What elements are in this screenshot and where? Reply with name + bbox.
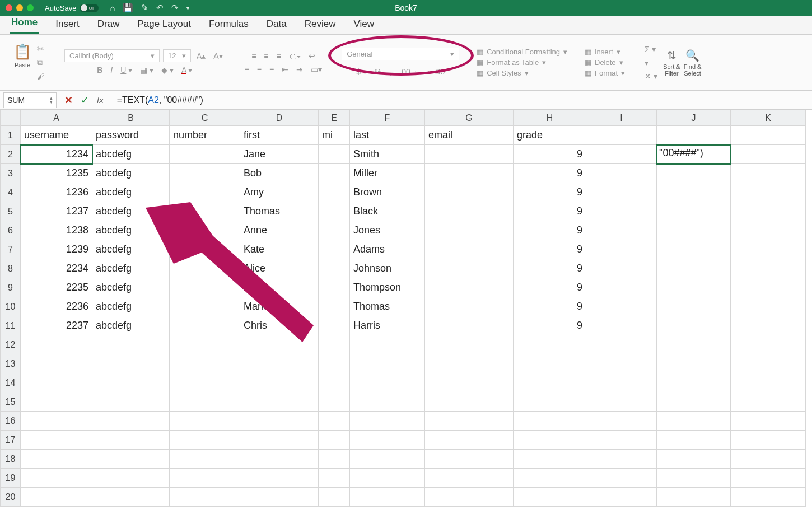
conditional-formatting-button[interactable]: ▦Conditional Formatting ▾ bbox=[477, 48, 567, 56]
cell-E15[interactable] bbox=[319, 392, 350, 412]
cell-H5[interactable]: 9 bbox=[514, 202, 586, 221]
cell-E9[interactable] bbox=[319, 278, 350, 297]
cell-I18[interactable] bbox=[586, 450, 657, 469]
name-box-stepper[interactable]: ▴▾ bbox=[50, 96, 53, 104]
tab-view[interactable]: View bbox=[352, 15, 375, 34]
cell-J7[interactable] bbox=[657, 240, 731, 259]
cell-E20[interactable] bbox=[319, 488, 350, 507]
cell-K5[interactable] bbox=[731, 202, 806, 221]
cell-A11[interactable]: 2237 bbox=[21, 316, 92, 335]
border-button[interactable]: ▦ ▾ bbox=[138, 64, 156, 76]
cell-C20[interactable] bbox=[170, 488, 240, 507]
cell-F2[interactable]: Smith bbox=[350, 145, 425, 164]
cell-J9[interactable] bbox=[657, 278, 731, 297]
cell-F17[interactable] bbox=[350, 431, 425, 450]
cell-C6[interactable] bbox=[170, 221, 240, 240]
undo-icon[interactable]: ↶ bbox=[156, 3, 164, 13]
select-all-corner[interactable] bbox=[1, 110, 21, 126]
tab-data[interactable]: Data bbox=[265, 15, 288, 34]
cell-G17[interactable] bbox=[425, 431, 514, 450]
align-bottom-icon[interactable]: ≡ bbox=[274, 50, 283, 62]
cell-J1[interactable] bbox=[657, 126, 731, 145]
sort-filter-button[interactable]: ⇅ Sort & Filter bbox=[663, 49, 680, 77]
autosave-switch[interactable]: OFF bbox=[80, 4, 99, 12]
row-header-2[interactable]: 2 bbox=[1, 145, 21, 164]
cell-E14[interactable] bbox=[319, 373, 350, 392]
cell-I1[interactable] bbox=[586, 126, 657, 145]
cell-C14[interactable] bbox=[170, 373, 240, 392]
cell-A16[interactable] bbox=[21, 412, 92, 431]
zoom-window-button[interactable] bbox=[27, 4, 34, 11]
tab-insert[interactable]: Insert bbox=[54, 15, 81, 34]
increase-decimal-icon[interactable]: .00→ bbox=[397, 66, 420, 77]
comma-icon[interactable]: , bbox=[387, 66, 394, 77]
cell-F7[interactable]: Adams bbox=[350, 240, 425, 259]
cell-G8[interactable] bbox=[425, 259, 514, 278]
cell-I19[interactable] bbox=[586, 469, 657, 488]
row-header-18[interactable]: 18 bbox=[1, 450, 21, 469]
cell-K7[interactable] bbox=[731, 240, 806, 259]
cell-H8[interactable]: 9 bbox=[514, 259, 586, 278]
italic-button[interactable]: I bbox=[108, 64, 115, 76]
cell-E18[interactable] bbox=[319, 450, 350, 469]
cell-J14[interactable] bbox=[657, 373, 731, 392]
cell-J15[interactable] bbox=[657, 392, 731, 412]
redo-icon[interactable]: ↷ bbox=[171, 3, 179, 13]
cell-B11[interactable]: abcdefg bbox=[92, 316, 170, 335]
cell-G3[interactable] bbox=[425, 164, 514, 183]
merge-icon[interactable]: ▭▾ bbox=[309, 64, 324, 75]
col-header-B[interactable]: B bbox=[92, 110, 170, 126]
cell-F1[interactable]: last bbox=[350, 126, 425, 145]
cell-E7[interactable] bbox=[319, 240, 350, 259]
formula-enter-icon[interactable]: ✓ bbox=[81, 94, 89, 106]
cell-G10[interactable] bbox=[425, 297, 514, 316]
cell-H18[interactable] bbox=[514, 450, 586, 469]
cell-K6[interactable] bbox=[731, 221, 806, 240]
cell-J6[interactable] bbox=[657, 221, 731, 240]
cell-K1[interactable] bbox=[731, 126, 806, 145]
cell-H4[interactable]: 9 bbox=[514, 183, 586, 202]
fill-color-button[interactable]: ◆ ▾ bbox=[159, 64, 176, 76]
row-header-20[interactable]: 20 bbox=[1, 488, 21, 507]
cell-H12[interactable] bbox=[514, 335, 586, 354]
cell-C4[interactable] bbox=[170, 183, 240, 202]
row-header-7[interactable]: 7 bbox=[1, 240, 21, 259]
cell-J8[interactable] bbox=[657, 259, 731, 278]
tab-home[interactable]: Home bbox=[10, 13, 39, 34]
align-left-icon[interactable]: ≡ bbox=[242, 64, 251, 75]
decrease-decimal-icon[interactable]: ←.00 bbox=[424, 66, 447, 77]
cell-G20[interactable] bbox=[425, 488, 514, 507]
col-header-I[interactable]: I bbox=[586, 110, 657, 126]
cell-G2[interactable] bbox=[425, 145, 514, 164]
cell-B16[interactable] bbox=[92, 412, 170, 431]
cell-C15[interactable] bbox=[170, 392, 240, 412]
cell-H6[interactable]: 9 bbox=[514, 221, 586, 240]
cell-C19[interactable] bbox=[170, 469, 240, 488]
cell-J10[interactable] bbox=[657, 297, 731, 316]
cell-C12[interactable] bbox=[170, 335, 240, 354]
delete-cells-button[interactable]: ▦Delete ▾ bbox=[585, 58, 625, 67]
cell-I11[interactable] bbox=[586, 316, 657, 335]
cell-F15[interactable] bbox=[350, 392, 425, 412]
formula-input[interactable]: =TEXT(A2, "00####") bbox=[117, 95, 812, 105]
cell-I6[interactable] bbox=[586, 221, 657, 240]
row-header-17[interactable]: 17 bbox=[1, 431, 21, 450]
autosum-icon[interactable]: Σ ▾ bbox=[642, 44, 660, 55]
cut-icon[interactable]: ✄ bbox=[35, 43, 47, 54]
cell-E13[interactable] bbox=[319, 354, 350, 373]
cell-G18[interactable] bbox=[425, 450, 514, 469]
increase-font-icon[interactable]: A▴ bbox=[194, 50, 208, 62]
col-header-D[interactable]: D bbox=[240, 110, 319, 126]
cell-H7[interactable]: 9 bbox=[514, 240, 586, 259]
align-center-icon[interactable]: ≡ bbox=[255, 64, 264, 75]
cell-A15[interactable] bbox=[21, 392, 92, 412]
cell-G11[interactable] bbox=[425, 316, 514, 335]
cell-D5[interactable]: Thomas bbox=[240, 202, 319, 221]
cell-K3[interactable] bbox=[731, 164, 806, 183]
cell-G19[interactable] bbox=[425, 469, 514, 488]
cell-F12[interactable] bbox=[350, 335, 425, 354]
cell-I20[interactable] bbox=[586, 488, 657, 507]
cell-A1[interactable]: username bbox=[21, 126, 92, 145]
cell-H15[interactable] bbox=[514, 392, 586, 412]
cell-J19[interactable] bbox=[657, 469, 731, 488]
